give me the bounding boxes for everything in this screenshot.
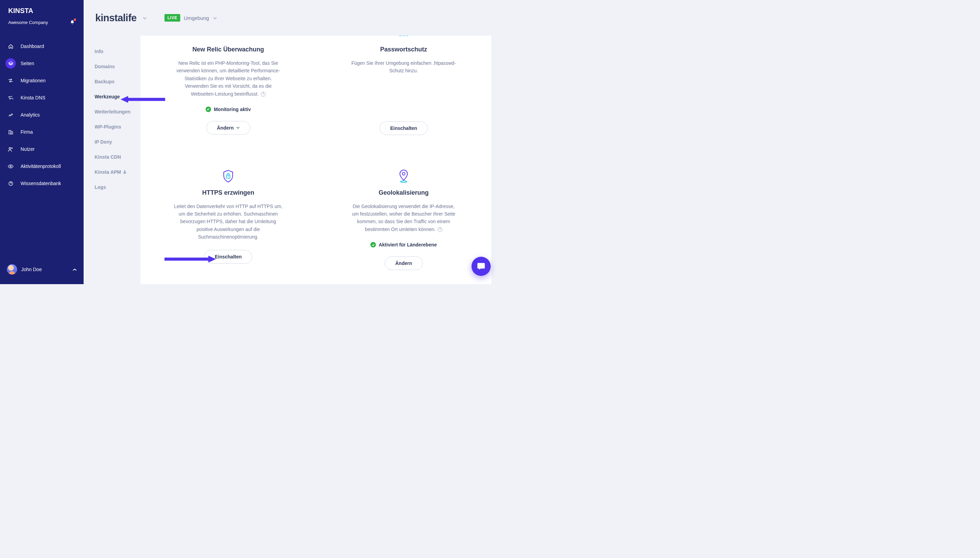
subnav-kinsta-cdn[interactable]: Kinsta CDN [84, 149, 141, 164]
status-row: Monitoring aktiv [206, 107, 251, 112]
page-header: kinstalife LIVE Umgebung [84, 0, 499, 36]
env-label: Umgebung [184, 15, 209, 21]
subnav-domains[interactable]: Domains [84, 59, 141, 74]
nav-analytics[interactable]: Analytics [0, 106, 84, 123]
notifications-bell-icon[interactable] [69, 19, 75, 25]
status-text: Monitoring aktiv [214, 107, 251, 112]
svg-point-3 [9, 148, 11, 149]
svg-point-9 [401, 181, 407, 182]
geo-change-button[interactable]: Ändern [385, 256, 423, 270]
chevron-down-icon [213, 15, 217, 21]
subnav-wp-plugins[interactable]: WP-Plugins [84, 119, 141, 135]
info-icon[interactable]: ? [261, 92, 265, 97]
live-badge: LIVE [164, 14, 180, 21]
user-name: John Doe [21, 267, 42, 272]
content-panel: New Relic Überwachung New Relic ist ein … [141, 36, 492, 284]
site-switcher-icon[interactable] [143, 15, 147, 21]
new-relic-change-button[interactable]: Ändern [206, 121, 250, 135]
nav-label: Kinsta DNS [21, 95, 45, 100]
subnav-kinsta-apm[interactable]: Kinsta APM [84, 164, 141, 180]
svg-rect-2 [11, 131, 13, 134]
annotation-arrow-icon [164, 256, 216, 264]
subnav-info[interactable]: Info [84, 44, 141, 59]
site-name: kinstalife [95, 12, 137, 24]
card-desc: Fügen Sie Ihrer Umgebung einfachen .htpa… [349, 59, 459, 75]
env-switcher[interactable]: LIVE Umgebung [164, 14, 217, 21]
nav-seiten[interactable]: Seiten [0, 55, 84, 72]
chevron-down-icon [236, 126, 239, 130]
building-icon [8, 129, 13, 135]
svg-point-8 [402, 172, 405, 175]
card-desc: New Relic ist ein PHP-Monitoring-Tool, d… [174, 59, 283, 98]
card-title: HTTPS erzwingen [202, 189, 254, 196]
card-desc: Die Geolokalisierung verwendet die IP-Ad… [349, 203, 459, 233]
nav-label: Firma [21, 129, 33, 135]
subnav-logs[interactable]: Logs [84, 180, 141, 195]
card-desc: Leitet den Datenverkehr von HTTP auf HTT… [174, 203, 283, 241]
home-icon [8, 44, 13, 49]
migrate-icon [8, 78, 13, 83]
beta-flask-icon [123, 170, 126, 174]
notification-dot [74, 18, 76, 21]
main-nav: Dashboard Seiten Migrationen Kinsta DNS … [0, 31, 84, 192]
card-title: Geolokalisierung [379, 189, 429, 196]
nav-label: Analytics [21, 112, 40, 118]
analytics-icon [8, 112, 13, 118]
card-title: Passwortschutz [380, 46, 427, 53]
dns-icon [8, 95, 13, 100]
nav-label: Migrationen [21, 78, 46, 83]
kinsta-logo-icon: KINSTA [8, 8, 36, 15]
nav-kinsta-dns[interactable]: Kinsta DNS [0, 89, 84, 106]
card-new-relic: New Relic Überwachung New Relic ist ein … [141, 36, 316, 149]
passwortschutz-enable-button[interactable]: Einschalten [380, 121, 428, 135]
user-plus-icon [8, 146, 13, 152]
nav-label: Dashboard [21, 44, 44, 49]
subnav-ip-deny[interactable]: IP Deny [84, 135, 141, 149]
location-pin-icon [397, 169, 410, 183]
svg-text:KINSTA: KINSTA [8, 8, 33, 15]
status-text: Aktiviert für Länderebene [379, 242, 437, 248]
company-name[interactable]: Awesome Company [8, 20, 48, 25]
check-icon [370, 242, 376, 248]
nav-nutzer[interactable]: Nutzer [0, 141, 84, 158]
nav-label: Wissensdatenbank [21, 181, 61, 186]
status-row: Aktiviert für Länderebene [370, 242, 437, 248]
chevron-up-icon [73, 266, 77, 272]
card-passwortschutz: Passwortschutz Fügen Sie Ihrer Umgebung … [316, 36, 492, 149]
annotation-arrow-icon [121, 96, 165, 104]
card-geo: Geolokalisierung Die Geolokalisierung ve… [316, 149, 492, 284]
avatar [7, 264, 17, 274]
nav-label: Aktivitätenprotokoll [21, 164, 61, 169]
nav-label: Seiten [21, 61, 34, 66]
svg-point-4 [10, 166, 11, 167]
card-title: New Relic Überwachung [192, 46, 264, 53]
subnav-weiterleitungen[interactable]: Weiterleitungen [84, 104, 141, 119]
svg-marker-11 [121, 96, 128, 103]
nav-aktivitaeten[interactable]: Aktivitätenprotokoll [0, 158, 84, 175]
user-menu[interactable]: John Doe [0, 258, 84, 284]
lock-icon-partial [399, 36, 408, 36]
svg-marker-13 [208, 256, 216, 263]
chat-button[interactable] [472, 257, 491, 276]
svg-rect-1 [8, 130, 11, 134]
info-icon[interactable]: ? [438, 227, 442, 232]
site-subnav: Info Domains Backups Werkzeuge Weiterlei… [84, 0, 141, 284]
nav-migrationen[interactable]: Migrationen [0, 72, 84, 89]
layers-icon [8, 61, 13, 66]
check-icon [206, 107, 211, 112]
nav-wissensdatenbank[interactable]: Wissensdatenbank [0, 175, 84, 192]
eye-icon [8, 164, 13, 169]
nav-firma[interactable]: Firma [0, 123, 84, 141]
subnav-backups[interactable]: Backups [84, 74, 141, 89]
nav-label: Nutzer [21, 146, 34, 152]
help-icon [8, 181, 13, 186]
shield-lock-icon [221, 169, 235, 183]
nav-dashboard[interactable]: Dashboard [0, 38, 84, 55]
main-sidebar: KINSTA Awesome Company Dashboard Seiten … [0, 0, 84, 284]
chat-icon [477, 262, 485, 271]
svg-point-7 [228, 176, 229, 177]
brand-logo[interactable]: KINSTA [0, 0, 84, 18]
